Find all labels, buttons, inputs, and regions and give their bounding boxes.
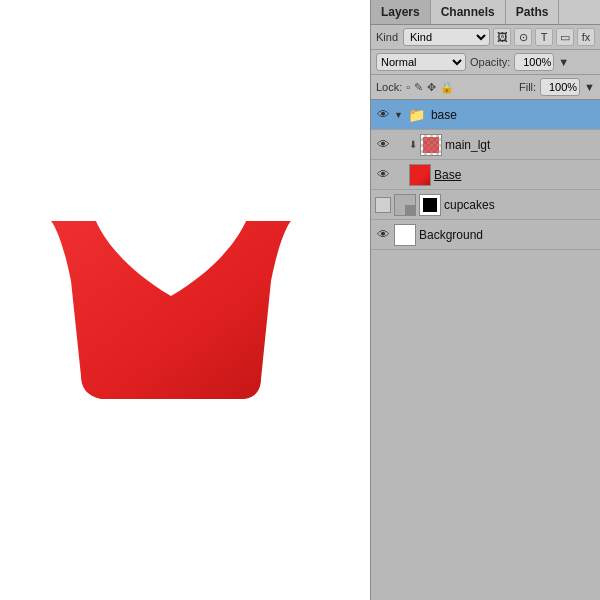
layer-item-cupcakes[interactable]: cupcakes — [371, 190, 600, 220]
tab-paths[interactable]: Paths — [506, 0, 560, 24]
opacity-label: Opacity: — [470, 56, 510, 68]
lock-position-icon[interactable]: ✥ — [427, 81, 436, 94]
link-icon-main-lgt: ⬇ — [409, 139, 417, 150]
thumb-base-layer — [409, 164, 431, 186]
layer-name-base: base — [431, 108, 596, 122]
layer-item-main-lgt[interactable]: 👁 ⬇ main_lgt — [371, 130, 600, 160]
lock-row: Lock: ▫ ✎ ✥ 🔒 Fill: ▼ — [371, 75, 600, 100]
visibility-eye-base-layer[interactable]: 👁 — [375, 167, 391, 183]
fx-filter-icon[interactable]: fx — [577, 28, 595, 46]
tab-layers[interactable]: Layers — [371, 0, 431, 24]
visibility-eye-main-lgt[interactable]: 👁 — [375, 137, 391, 153]
visibility-eye-base[interactable]: 👁 — [375, 107, 391, 123]
layer-name-base-layer: Base — [434, 168, 596, 182]
panel-tabs: Layers Channels Paths — [371, 0, 600, 25]
layer-name-background: Background — [419, 228, 596, 242]
opacity-dropdown-arrow[interactable]: ▼ — [558, 56, 569, 68]
kind-row: Kind Kind 🖼 ⊙ T ▭ fx — [371, 25, 600, 50]
circle-filter-icon[interactable]: ⊙ — [514, 28, 532, 46]
lock-transparent-icon[interactable]: ▫ — [406, 81, 410, 93]
kind-select[interactable]: Kind — [403, 28, 490, 46]
layers-panel: Layers Channels Paths Kind Kind 🖼 ⊙ T ▭ … — [370, 0, 600, 600]
kind-label: Kind — [376, 31, 398, 43]
blend-opacity-row: Normal Multiply Screen Overlay Opacity: … — [371, 50, 600, 75]
layer-item-background[interactable]: 👁 Background — [371, 220, 600, 250]
thumb-background — [394, 224, 416, 246]
fill-dropdown-arrow[interactable]: ▼ — [584, 81, 595, 93]
layer-name-cupcakes: cupcakes — [444, 198, 596, 212]
text-filter-icon[interactable]: T — [535, 28, 553, 46]
visibility-checkbox-cupcakes[interactable] — [375, 197, 391, 213]
thumb-cupcakes — [419, 194, 441, 216]
img-filter-icon[interactable]: 🖼 — [493, 28, 511, 46]
lock-image-icon[interactable]: ✎ — [414, 81, 423, 94]
folder-icon-base: 📁 — [406, 104, 428, 126]
layer-item-base-layer[interactable]: 👁 Base — [371, 160, 600, 190]
layer-item-base-group[interactable]: 👁 ▼ 📁 base — [371, 100, 600, 130]
blend-mode-select[interactable]: Normal Multiply Screen Overlay — [376, 53, 466, 71]
canvas-area — [0, 0, 370, 600]
lock-all-icon[interactable]: 🔒 — [440, 81, 454, 94]
visibility-eye-background[interactable]: 👁 — [375, 227, 391, 243]
tab-channels[interactable]: Channels — [431, 0, 506, 24]
layers-list: 👁 ▼ 📁 base 👁 ⬇ main_lgt 👁 Base — [371, 100, 600, 600]
shape-filter-icon[interactable]: ▭ — [556, 28, 574, 46]
thumb-main-lgt — [420, 134, 442, 156]
lock-label: Lock: — [376, 81, 402, 93]
layer-name-main-lgt: main_lgt — [445, 138, 596, 152]
red-shape — [31, 201, 311, 421]
group-arrow-base[interactable]: ▼ — [394, 110, 403, 120]
fill-label: Fill: — [519, 81, 536, 93]
fill-input[interactable] — [540, 78, 580, 96]
thumb-cupcakes-link — [394, 194, 416, 216]
opacity-input[interactable] — [514, 53, 554, 71]
